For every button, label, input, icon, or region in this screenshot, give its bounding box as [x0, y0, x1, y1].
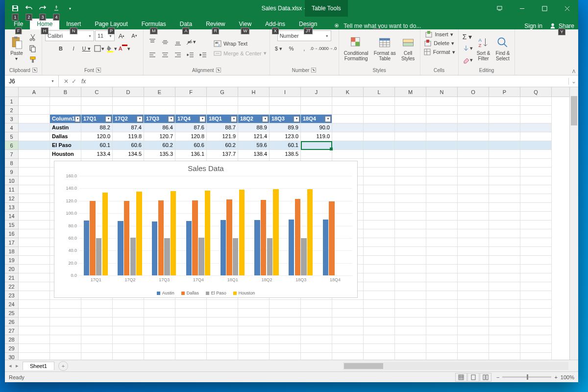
- cell[interactable]: [458, 97, 489, 106]
- align-center-icon[interactable]: [159, 49, 171, 60]
- cell[interactable]: [489, 344, 520, 353]
- cell[interactable]: [458, 291, 489, 300]
- name-box[interactable]: J6▼: [5, 75, 59, 87]
- cell[interactable]: [520, 212, 552, 220]
- cell[interactable]: [489, 318, 520, 326]
- cell[interactable]: [50, 97, 81, 106]
- cell[interactable]: [175, 326, 207, 335]
- cell[interactable]: [364, 150, 395, 159]
- cell[interactable]: [113, 309, 144, 318]
- cell[interactable]: [395, 150, 426, 159]
- cell[interactable]: [81, 353, 113, 360]
- number-dialog-launcher[interactable]: ⬊: [311, 68, 316, 73]
- cell[interactable]: 134.5: [113, 150, 144, 159]
- cell[interactable]: 120.7: [144, 132, 175, 141]
- cell[interactable]: [426, 247, 458, 256]
- cell[interactable]: [458, 220, 489, 229]
- grid-cells[interactable]: Column1▾17Q1▾17Q2▾17Q3▾17Q4▾18Q1▾18Q2▾18…: [19, 97, 569, 360]
- cancel-formula-icon[interactable]: ✕: [64, 78, 69, 85]
- cell[interactable]: [458, 282, 489, 291]
- cell[interactable]: [458, 203, 489, 212]
- column-header[interactable]: A: [19, 87, 50, 97]
- fill-color-button[interactable]: ▾: [106, 43, 118, 54]
- cell[interactable]: [520, 300, 552, 309]
- orientation-icon[interactable]: ab▾: [185, 37, 196, 48]
- format-painter-button[interactable]: [27, 54, 39, 65]
- cell[interactable]: 17Q2▾: [113, 115, 144, 123]
- cell[interactable]: [207, 335, 238, 344]
- cell[interactable]: [50, 300, 81, 309]
- clear-button[interactable]: ▾: [462, 55, 473, 66]
- cell[interactable]: [301, 300, 332, 309]
- cell[interactable]: [520, 106, 552, 115]
- cell[interactable]: 60.2: [144, 141, 175, 150]
- filter-icon[interactable]: ▾: [262, 116, 268, 122]
- cell[interactable]: [19, 106, 50, 115]
- cell[interactable]: [81, 318, 113, 326]
- cell[interactable]: [19, 256, 50, 265]
- cell[interactable]: [113, 318, 144, 326]
- cell[interactable]: [19, 150, 50, 159]
- cell[interactable]: [520, 335, 552, 344]
- cell[interactable]: [520, 123, 552, 132]
- cell[interactable]: [395, 106, 426, 115]
- cell[interactable]: [520, 265, 552, 273]
- cell[interactable]: [81, 335, 113, 344]
- cell[interactable]: 121.4: [238, 132, 270, 141]
- cell[interactable]: [113, 97, 144, 106]
- italic-button[interactable]: I: [68, 43, 79, 54]
- cell[interactable]: [426, 282, 458, 291]
- cell[interactable]: [332, 97, 364, 106]
- font-color-button[interactable]: A▾: [119, 43, 130, 54]
- cell[interactable]: [520, 185, 552, 194]
- tab-view[interactable]: ViewW: [232, 19, 259, 29]
- view-normal-icon[interactable]: [455, 373, 467, 382]
- row-header[interactable]: 23: [5, 291, 18, 300]
- cell[interactable]: [458, 185, 489, 194]
- row-header[interactable]: 13: [5, 203, 18, 212]
- cell[interactable]: [364, 220, 395, 229]
- cell[interactable]: [426, 229, 458, 238]
- row-header[interactable]: 21: [5, 273, 18, 282]
- cell[interactable]: [395, 168, 426, 176]
- cell[interactable]: [426, 300, 458, 309]
- cell[interactable]: [238, 318, 270, 326]
- cell[interactable]: [144, 106, 175, 115]
- cell[interactable]: [332, 106, 364, 115]
- cell[interactable]: [364, 141, 395, 150]
- cell[interactable]: [458, 353, 489, 360]
- cell[interactable]: [395, 282, 426, 291]
- cell[interactable]: [332, 141, 364, 150]
- cell[interactable]: [520, 326, 552, 335]
- cell[interactable]: [489, 185, 520, 194]
- cell[interactable]: 138.5: [270, 150, 301, 159]
- cell[interactable]: [458, 194, 489, 203]
- cell[interactable]: [395, 97, 426, 106]
- cell[interactable]: 119.0: [301, 132, 332, 141]
- cell[interactable]: [19, 97, 50, 106]
- fill-button[interactable]: ▾: [462, 43, 473, 54]
- row-header[interactable]: 26: [5, 318, 18, 326]
- cell[interactable]: [489, 212, 520, 220]
- cell[interactable]: [520, 344, 552, 353]
- cell[interactable]: [19, 291, 50, 300]
- cell[interactable]: 138.4: [238, 150, 270, 159]
- cell[interactable]: [426, 309, 458, 318]
- cell[interactable]: [364, 309, 395, 318]
- cell[interactable]: [19, 220, 50, 229]
- row-header[interactable]: 17: [5, 238, 18, 247]
- cell[interactable]: [395, 318, 426, 326]
- row-header[interactable]: 10: [5, 176, 18, 185]
- column-header[interactable]: B: [50, 87, 81, 97]
- conditional-formatting-button[interactable]: Conditional Formatting: [342, 31, 370, 66]
- cell[interactable]: [301, 326, 332, 335]
- increase-font-icon[interactable]: A▴: [116, 30, 127, 41]
- find-select-button[interactable]: Find & Select: [494, 31, 512, 66]
- cell[interactable]: [426, 238, 458, 247]
- cell[interactable]: [175, 300, 207, 309]
- row-header[interactable]: 14: [5, 212, 18, 220]
- cell[interactable]: [301, 150, 332, 159]
- cell[interactable]: [364, 273, 395, 282]
- row-header[interactable]: 9: [5, 168, 18, 176]
- comma-button[interactable]: ,: [298, 43, 310, 54]
